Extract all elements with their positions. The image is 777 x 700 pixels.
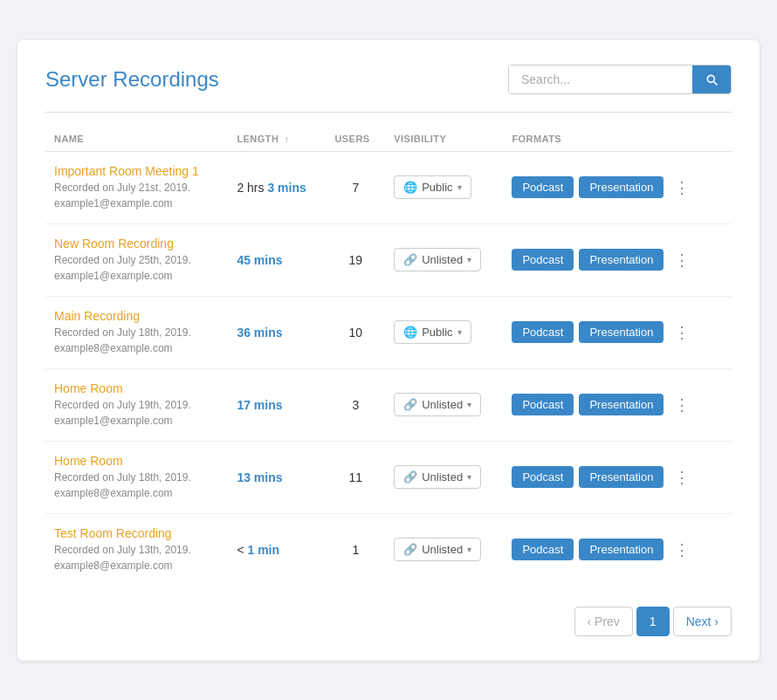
- format-button-presentation[interactable]: Presentation: [579, 539, 664, 560]
- table-header: NAME LENGTH ↑ USERS VISIBILITY FORMATS: [45, 127, 732, 152]
- prev-button[interactable]: ‹ Prev: [574, 607, 633, 636]
- cell-length: 45 mins: [228, 223, 326, 296]
- chevron-down-icon: ▾: [457, 182, 462, 192]
- visibility-icon: 🔗: [403, 543, 417, 556]
- more-options-button[interactable]: ⋮: [669, 249, 697, 271]
- formats-container: PodcastPresentation⋮: [512, 539, 723, 561]
- cell-visibility: 🔗 Unlisted ▾: [385, 513, 503, 586]
- recording-meta: Recorded on July 21st, 2019.example1@exa…: [54, 180, 219, 211]
- recording-title[interactable]: Test Room Recording: [54, 526, 219, 540]
- col-formats: FORMATS: [503, 127, 732, 152]
- length-value: 45 mins: [237, 253, 282, 267]
- col-length[interactable]: LENGTH ↑: [228, 127, 326, 152]
- search-icon: [705, 72, 719, 86]
- cell-users: 1: [326, 513, 385, 586]
- more-options-button[interactable]: ⋮: [669, 321, 697, 344]
- cell-visibility: 🔗 Unlisted ▾: [385, 223, 503, 296]
- search-box: [508, 65, 732, 94]
- format-button-podcast[interactable]: Podcast: [512, 394, 574, 415]
- table-row: Important Room Meeting 1 Recorded on Jul…: [45, 151, 732, 223]
- visibility-icon: 🔗: [403, 470, 417, 484]
- length-value: 13 mins: [237, 470, 282, 484]
- cell-formats: PodcastPresentation⋮: [503, 151, 732, 223]
- page-header: Server Recordings: [45, 65, 732, 94]
- visibility-button[interactable]: 🔗 Unlisted ▾: [394, 248, 481, 271]
- format-button-presentation[interactable]: Presentation: [579, 466, 664, 488]
- recording-meta: Recorded on July 18th, 2019.example8@exa…: [54, 470, 219, 501]
- formats-container: PodcastPresentation⋮: [512, 321, 723, 344]
- formats-container: PodcastPresentation⋮: [512, 394, 723, 416]
- cell-name: New Room Recording Recorded on July 25th…: [45, 223, 228, 296]
- more-options-button[interactable]: ⋮: [669, 466, 697, 489]
- cell-name: Main Recording Recorded on July 18th, 20…: [45, 296, 228, 368]
- length-value: 17 mins: [237, 398, 282, 412]
- more-options-button[interactable]: ⋮: [669, 539, 697, 561]
- formats-container: PodcastPresentation⋮: [512, 466, 723, 489]
- pagination: ‹ Prev 1 Next ›: [45, 607, 732, 636]
- more-options-button[interactable]: ⋮: [669, 394, 697, 416]
- more-options-button[interactable]: ⋮: [669, 176, 697, 199]
- recording-title[interactable]: Main Recording: [54, 309, 219, 323]
- visibility-button[interactable]: 🔗 Unlisted ▾: [394, 393, 481, 416]
- cell-formats: PodcastPresentation⋮: [503, 513, 732, 586]
- format-button-presentation[interactable]: Presentation: [579, 176, 664, 198]
- recording-meta: Recorded on July 19th, 2019.example1@exa…: [54, 397, 219, 429]
- cell-length: 36 mins: [228, 296, 326, 368]
- formats-container: PodcastPresentation⋮: [512, 176, 723, 199]
- visibility-button[interactable]: 🌐 Public ▾: [394, 320, 471, 344]
- cell-users: 10: [326, 296, 385, 368]
- format-button-presentation[interactable]: Presentation: [579, 249, 664, 271]
- length-prefix: 2 hrs: [237, 181, 267, 195]
- cell-visibility: 🔗 Unlisted ▾: [385, 368, 503, 441]
- table-row: Home Room Recorded on July 19th, 2019.ex…: [45, 368, 732, 441]
- chevron-down-icon: ▾: [467, 545, 471, 554]
- cell-name: Home Room Recorded on July 18th, 2019.ex…: [45, 441, 228, 513]
- format-button-podcast[interactable]: Podcast: [512, 176, 574, 198]
- cell-name: Home Room Recorded on July 19th, 2019.ex…: [45, 368, 228, 441]
- visibility-icon: 🔗: [403, 398, 417, 411]
- next-button[interactable]: Next ›: [673, 607, 732, 636]
- cell-formats: PodcastPresentation⋮: [503, 296, 732, 368]
- visibility-button[interactable]: 🌐 Public ▾: [394, 175, 471, 199]
- visibility-button[interactable]: 🔗 Unlisted ▾: [394, 465, 481, 489]
- visibility-label: Unlisted: [422, 398, 463, 411]
- format-button-presentation[interactable]: Presentation: [579, 321, 664, 343]
- cell-formats: PodcastPresentation⋮: [503, 223, 732, 296]
- main-card: Server Recordings NAME LENGTH ↑ USERS VI…: [17, 40, 760, 661]
- visibility-label: Public: [422, 181, 452, 194]
- cell-users: 7: [326, 151, 385, 223]
- format-button-podcast[interactable]: Podcast: [512, 249, 574, 271]
- header-divider: [45, 112, 732, 113]
- recording-title[interactable]: New Room Recording: [54, 237, 219, 250]
- cell-users: 3: [326, 368, 385, 441]
- chevron-down-icon: ▾: [467, 255, 471, 264]
- sort-arrow: ↑: [285, 134, 289, 144]
- cell-users: 11: [326, 441, 385, 513]
- cell-visibility: 🌐 Public ▾: [385, 151, 503, 223]
- cell-users: 19: [326, 223, 385, 296]
- recording-title[interactable]: Home Room: [54, 381, 219, 395]
- col-users: USERS: [326, 127, 385, 152]
- format-button-podcast[interactable]: Podcast: [512, 321, 574, 343]
- format-button-podcast[interactable]: Podcast: [512, 466, 574, 488]
- chevron-down-icon: ▾: [457, 327, 462, 337]
- cell-length: < 1 min: [228, 513, 326, 586]
- search-input[interactable]: [509, 65, 692, 93]
- page-1-button[interactable]: 1: [636, 607, 670, 636]
- length-value: 3 mins: [267, 181, 306, 195]
- recording-title[interactable]: Important Room Meeting 1: [54, 164, 219, 178]
- recording-meta: Recorded on July 13th, 2019.example8@exa…: [54, 542, 219, 573]
- visibility-icon: 🌐: [403, 326, 417, 339]
- recording-title[interactable]: Home Room: [54, 454, 219, 468]
- format-button-presentation[interactable]: Presentation: [579, 394, 664, 415]
- cell-visibility: 🔗 Unlisted ▾: [385, 441, 503, 513]
- chevron-down-icon: ▾: [467, 400, 471, 409]
- search-button[interactable]: [692, 65, 731, 93]
- cell-name: Test Room Recording Recorded on July 13t…: [45, 513, 228, 586]
- length-prefix: <: [237, 543, 247, 557]
- col-visibility: VISIBILITY: [385, 127, 503, 152]
- visibility-button[interactable]: 🔗 Unlisted ▾: [394, 538, 481, 561]
- cell-length: 13 mins: [228, 441, 326, 513]
- visibility-label: Unlisted: [422, 253, 463, 266]
- format-button-podcast[interactable]: Podcast: [512, 539, 574, 560]
